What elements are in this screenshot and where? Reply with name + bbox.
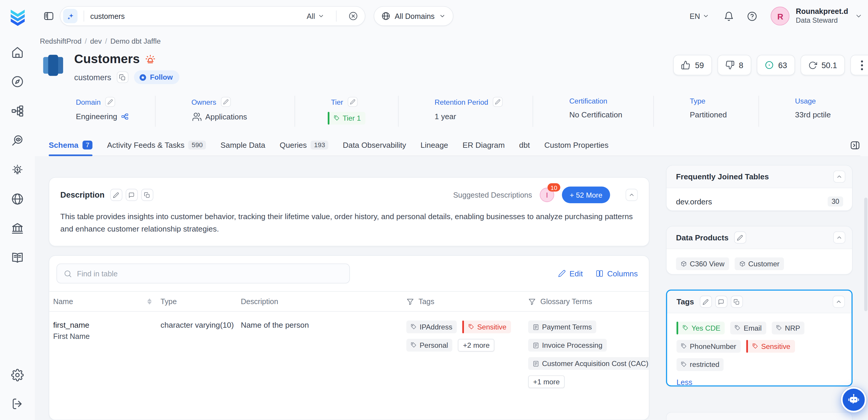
- find-in-table-input[interactable]: [77, 269, 343, 277]
- web-globe-icon[interactable]: [11, 192, 24, 205]
- logout-icon[interactable]: [11, 398, 24, 410]
- vertical-scrollbar[interactable]: [864, 198, 867, 311]
- glossary-term-pill[interactable]: Payment Terms: [528, 321, 596, 333]
- tag-pill[interactable]: Sensitive: [746, 340, 795, 353]
- observability-search-icon[interactable]: [11, 134, 24, 147]
- tab-lineage[interactable]: Lineage: [421, 141, 448, 150]
- meta-usage: Usage 33rd pctile: [758, 96, 868, 127]
- help-icon[interactable]: [747, 11, 758, 22]
- glossary-term-pill[interactable]: Customer Acquisition Cost (CAC): [528, 357, 649, 370]
- edit-description-button[interactable]: [110, 189, 122, 201]
- tag-pill[interactable]: restricted: [677, 358, 724, 371]
- user-avatar[interactable]: R: [771, 7, 790, 26]
- tier-badge[interactable]: Tier 1: [328, 112, 365, 124]
- comment-tags-button[interactable]: [715, 296, 727, 308]
- tag-pill[interactable]: Email: [730, 322, 766, 334]
- column-header-tags[interactable]: Tags: [418, 297, 434, 305]
- refresh-icon: [808, 61, 817, 69]
- tab-sample-data[interactable]: Sample Data: [220, 141, 265, 150]
- governance-bank-icon[interactable]: [11, 222, 24, 235]
- comment-button[interactable]: [126, 189, 138, 201]
- column-header-name[interactable]: Name: [53, 297, 73, 305]
- data-product-pill[interactable]: Customer: [734, 258, 784, 270]
- edit-domain-button[interactable]: [105, 97, 115, 107]
- tag-pill[interactable]: Personal: [406, 339, 453, 352]
- collapse-tags-button[interactable]: [833, 296, 845, 308]
- language-selector[interactable]: EN: [689, 12, 709, 20]
- column-name[interactable]: first_name: [53, 321, 160, 329]
- all-domains-filter[interactable]: All Domains: [374, 6, 453, 26]
- score-button[interactable]: 63: [756, 55, 795, 75]
- copy-description-button[interactable]: [141, 189, 153, 201]
- column-header-description[interactable]: Description: [241, 297, 278, 305]
- copy-name-button[interactable]: [117, 71, 128, 83]
- clear-search-icon[interactable]: [348, 11, 358, 21]
- more-tags-pill[interactable]: +2 more: [458, 339, 495, 352]
- sidebar-toggle-icon[interactable]: [43, 11, 54, 22]
- filter-funnel-icon[interactable]: [406, 298, 414, 305]
- freshness-button[interactable]: 50.1: [801, 55, 845, 75]
- column-header-type[interactable]: Type: [160, 297, 177, 305]
- search-input[interactable]: customers: [90, 12, 125, 20]
- show-less-link[interactable]: Less: [677, 379, 843, 387]
- table-row[interactable]: first_name First Name character varying(…: [49, 312, 649, 398]
- collapse-data-products-button[interactable]: [833, 232, 845, 244]
- tag-pill[interactable]: PhoneNumber: [677, 340, 741, 353]
- follow-button[interactable]: Follow: [134, 70, 179, 84]
- columns-button[interactable]: Columns: [595, 269, 638, 278]
- tag-pill[interactable]: Yes CDE: [677, 322, 725, 334]
- copy-tags-button[interactable]: [731, 296, 743, 308]
- discover-compass-icon[interactable]: [11, 75, 24, 88]
- glossary-book-icon[interactable]: [11, 251, 24, 264]
- tab-er-diagram[interactable]: ER Diagram: [462, 141, 505, 150]
- filter-funnel-icon[interactable]: [528, 298, 536, 305]
- tab-custom-properties[interactable]: Custom Properties: [544, 141, 609, 150]
- find-in-table-search[interactable]: [56, 263, 350, 283]
- upvotes-button[interactable]: 59: [673, 55, 712, 75]
- joined-table-name[interactable]: dev.orders: [676, 197, 712, 206]
- breadcrumb-item[interactable]: dev: [90, 37, 102, 46]
- user-info[interactable]: Rounakpreet.d Data Steward: [796, 7, 848, 25]
- edit-retention-button[interactable]: [493, 97, 503, 107]
- tab-queries[interactable]: Queries193: [280, 141, 328, 150]
- downvotes-button[interactable]: 8: [717, 55, 751, 75]
- tab-schema[interactable]: Schema7: [49, 141, 93, 150]
- tag-pill[interactable]: Sensitive: [462, 321, 511, 333]
- edit-owners-button[interactable]: [221, 97, 230, 107]
- glossary-term-pill[interactable]: Invoice Processing: [528, 339, 607, 352]
- sort-icon[interactable]: [147, 299, 152, 305]
- more-terms-pill[interactable]: +1 more: [528, 376, 565, 388]
- notifications-bell-icon[interactable]: [724, 11, 734, 22]
- edit-table-button[interactable]: Edit: [558, 269, 583, 278]
- alert-siren-icon[interactable]: [146, 54, 156, 65]
- workflows-icon[interactable]: [11, 105, 24, 117]
- edit-tags-button[interactable]: [700, 296, 712, 308]
- collapse-joined-tables-button[interactable]: [833, 171, 845, 183]
- breadcrumb-item[interactable]: Demo dbt Jaffle: [110, 37, 160, 46]
- edit-data-products-button[interactable]: [734, 232, 746, 244]
- chevron-down-icon[interactable]: [855, 12, 862, 20]
- collapse-panel-icon[interactable]: [850, 140, 860, 151]
- tag-pill[interactable]: NRP: [772, 322, 805, 334]
- edit-tier-button[interactable]: [347, 97, 358, 107]
- suggested-avatar[interactable]: I 10: [540, 187, 554, 202]
- pencil-icon: [703, 299, 709, 305]
- tag-pill[interactable]: IPAddress: [406, 321, 457, 333]
- chatbot-fab-button[interactable]: [841, 387, 866, 412]
- joined-table-row[interactable]: dev.orders 30: [676, 197, 843, 206]
- app-logo[interactable]: [7, 7, 27, 27]
- tab-dbt[interactable]: dbt: [519, 141, 530, 150]
- tab-data-observability[interactable]: Data Observability: [343, 141, 406, 150]
- more-actions-button[interactable]: [850, 55, 868, 75]
- settings-gear-icon[interactable]: [11, 369, 24, 381]
- insights-bulb-icon[interactable]: [11, 163, 24, 176]
- home-icon[interactable]: [11, 46, 24, 59]
- search-scope-dropdown[interactable]: All: [307, 12, 324, 20]
- tab-activity-feeds[interactable]: Activity Feeds & Tasks590: [107, 141, 206, 150]
- collapse-description-button[interactable]: [626, 189, 638, 201]
- column-header-glossary-terms[interactable]: Glossary Terms: [540, 297, 592, 305]
- breadcrumb-item[interactable]: RedshiftProd: [40, 37, 82, 46]
- data-product-pill[interactable]: C360 View: [676, 258, 729, 270]
- global-search[interactable]: customers All: [60, 6, 365, 26]
- more-suggestions-button[interactable]: + 52 More: [562, 187, 610, 203]
